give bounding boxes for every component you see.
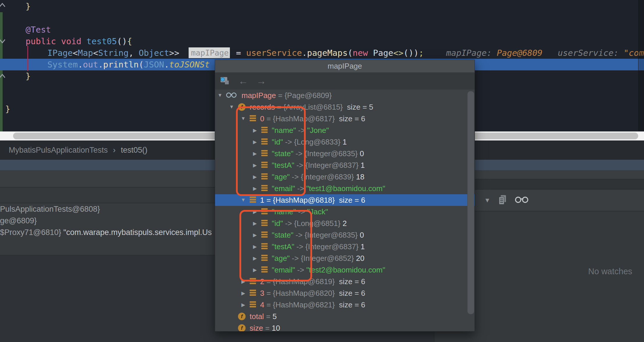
token-label: mapIPage [191,48,229,57]
annotation-box [239,210,312,282]
code-line: = userService.pageMaps(new Page<>()); [236,47,424,59]
code-line: } [5,103,10,115]
tree-row[interactable]: ftotal = 5 [215,311,475,322]
evaluated-token-highlight[interactable]: mapIPage [189,47,230,58]
no-watches-text: No watches [588,267,632,276]
breadcrumb-separator-icon: › [108,146,121,154]
chevron-down-icon[interactable]: ▼ [484,197,491,204]
method-scope-line [27,46,28,71]
tree-row[interactable]: fsize = 10 [215,322,475,332]
chevron-right-icon[interactable]: ▶ [240,290,247,296]
field-icon: f [238,324,246,332]
code-line: public void test05(){ [26,35,132,47]
ide-debug-window: }@Testpublic void test05(){IPage<Map<Str… [0,0,644,342]
field-icon: f [238,313,246,320]
code-line: } [26,1,31,12]
tree-row-text: 3 = {HashMap@6820} size = 6 [260,289,365,298]
back-arrow-icon[interactable]: ← [238,75,248,87]
tree-row[interactable]: ▼mapIPage = {Page@6809} [215,90,475,101]
tree-row-text: mapIPage = {Page@6809} [242,91,332,100]
tree-row-text: total = 5 [250,312,277,321]
map-entry-icon [250,197,256,204]
tree-row[interactable]: ▶4 = {HashMap@6821} size = 6 [215,299,475,311]
breadcrumb-method[interactable]: test05() [121,146,148,154]
fold-marker-icon[interactable] [0,73,6,80]
copy-icon[interactable] [498,195,507,206]
code-line: @Test [26,24,51,35]
fold-marker-icon[interactable] [0,2,6,9]
watch-glasses-icon [226,91,237,100]
chevron-down-icon[interactable]: ▼ [217,92,223,98]
code-line: mapIPage: Page@6809 userService: "com. [446,47,644,59]
editor-scrollbar-strip[interactable] [638,0,644,131]
map-entry-icon [250,301,256,308]
tree-row[interactable]: ▶3 = {HashMap@6820} size = 6 [215,287,475,299]
code-line: IPage<Map<String, Object>> [47,47,179,59]
watches-glasses-icon[interactable] [514,196,529,205]
popup-scrollbar-thumb[interactable] [467,91,474,314]
tree-row-selected[interactable]: ▼1 = {HashMap@6818} size = 6 [215,194,475,206]
chevron-down-icon[interactable]: ▼ [228,104,235,110]
forward-arrow-icon[interactable]: → [256,75,266,87]
popup-toolbar: ← → [215,72,475,90]
code-line: System.out.println(JSON.toJSONSt [47,59,210,70]
chevron-right-icon[interactable]: ▶ [240,302,247,308]
chevron-down-icon[interactable]: ▼ [240,197,247,203]
annotation-box [236,106,306,196]
popup-title[interactable]: mapIPage [215,60,475,73]
inspect-node-icon[interactable] [220,76,230,87]
fold-marker-icon[interactable] [0,38,6,45]
code-line: } [26,70,31,82]
map-entry-icon [250,290,256,297]
breadcrumb-class[interactable]: MybatisPulsApplicationTests [9,146,108,154]
tree-row-text: size = 10 [250,324,280,332]
tree-row-text: 4 = {HashMap@6821} size = 6 [260,300,365,309]
vcs-change-marker [0,12,3,131]
tree-row-text: 1 = {HashMap@6818} size = 6 [260,196,365,205]
